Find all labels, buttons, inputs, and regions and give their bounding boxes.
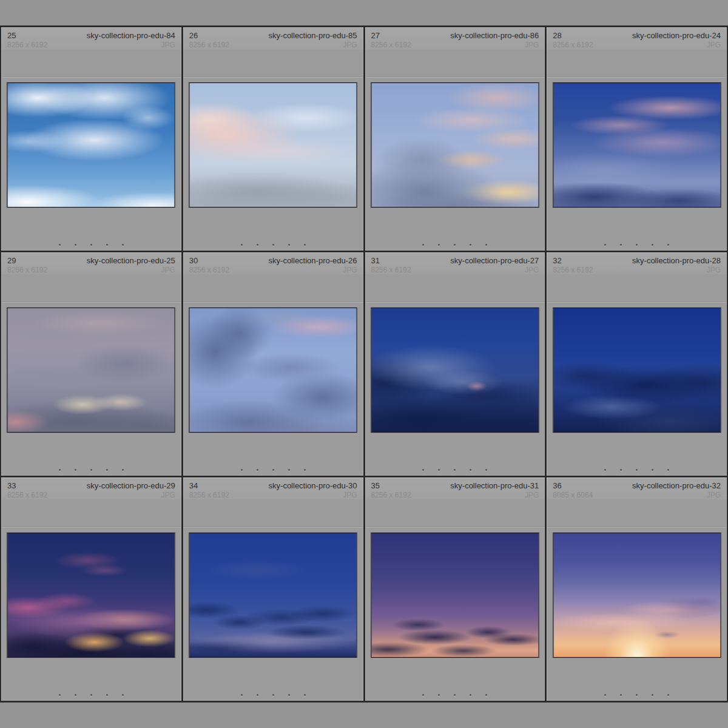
rating-dots[interactable] [365,469,545,471]
cell-dimensions: 8256 x 6192 [189,41,229,49]
rating-dot[interactable] [90,469,92,471]
photo-thumbnail[interactable] [7,533,175,658]
rating-dot[interactable] [438,244,440,246]
rating-dot[interactable] [241,244,243,246]
rating-dot[interactable] [470,469,471,471]
rating-dot[interactable] [304,244,306,246]
rating-dot[interactable] [122,469,124,471]
rating-dots[interactable] [1,469,181,471]
rating-dot[interactable] [241,694,243,696]
rating-dots[interactable] [183,694,363,696]
rating-dot[interactable] [75,244,76,246]
photo-thumbnail[interactable] [371,533,539,658]
rating-dots[interactable] [365,244,545,246]
photo-thumbnail[interactable] [553,308,721,433]
rating-dot[interactable] [636,244,638,246]
rating-dot[interactable] [59,469,61,471]
grid-cell[interactable]: 31 sky-collection-pro-edu-27 8256 x 6192… [365,252,545,476]
rating-dot[interactable] [454,694,456,696]
rating-dots[interactable] [1,244,181,246]
cell-filename: sky-collection-pro-edu-28 [632,256,721,265]
grid-cell[interactable]: 27 sky-collection-pro-edu-86 8256 x 6192… [365,27,545,251]
photo-thumbnail[interactable] [7,308,175,433]
rating-dot[interactable] [288,469,290,471]
rating-dot[interactable] [470,694,471,696]
rating-dot[interactable] [304,694,306,696]
rating-dot[interactable] [422,694,424,696]
grid-cell[interactable]: 30 sky-collection-pro-edu-26 8256 x 6192… [183,252,363,476]
rating-dot[interactable] [106,244,108,246]
rating-dot[interactable] [636,694,638,696]
rating-dot[interactable] [288,244,290,246]
grid-cell[interactable]: 25 sky-collection-pro-edu-84 8256 x 6192… [1,27,181,251]
photo-thumbnail[interactable] [553,533,721,658]
rating-dot[interactable] [122,244,124,246]
rating-dots[interactable] [183,469,363,471]
rating-dots[interactable] [365,694,545,696]
grid-cell[interactable]: 36 sky-collection-pro-edu-32 8085 x 6064… [547,477,727,701]
rating-dot[interactable] [422,244,424,246]
rating-dot[interactable] [620,244,622,246]
grid-cell[interactable]: 35 sky-collection-pro-edu-31 8256 x 6192… [365,477,545,701]
rating-dot[interactable] [470,244,471,246]
rating-dot[interactable] [485,469,487,471]
photo-thumbnail[interactable] [7,83,175,207]
rating-dot[interactable] [59,694,61,696]
rating-dot[interactable] [75,469,76,471]
rating-dot[interactable] [652,469,653,471]
rating-dot[interactable] [667,469,669,471]
cell-header: 30 sky-collection-pro-edu-26 8256 x 6192… [183,252,363,274]
rating-dot[interactable] [438,694,440,696]
rating-dot[interactable] [304,469,306,471]
grid-cell[interactable]: 28 sky-collection-pro-edu-24 8256 x 6192… [547,27,727,251]
rating-dots[interactable] [1,694,181,696]
cell-dimensions: 8256 x 6192 [553,41,593,49]
rating-dots[interactable] [547,244,727,246]
rating-dots[interactable] [547,694,727,696]
rating-dot[interactable] [667,694,669,696]
photo-thumbnail[interactable] [553,83,721,207]
rating-dot[interactable] [438,469,440,471]
rating-dot[interactable] [122,694,124,696]
rating-dot[interactable] [485,244,487,246]
rating-dot[interactable] [75,694,76,696]
grid-cell[interactable]: 32 sky-collection-pro-edu-28 8256 x 6192… [547,252,727,476]
grid-cell[interactable]: 33 sky-collection-pro-edu-29 8256 x 6192… [1,477,181,701]
rating-dot[interactable] [454,469,456,471]
rating-dot[interactable] [652,694,653,696]
rating-dot[interactable] [604,469,606,471]
rating-dot[interactable] [272,244,274,246]
rating-dot[interactable] [257,694,258,696]
rating-dot[interactable] [485,694,487,696]
grid-cell[interactable]: 26 sky-collection-pro-edu-85 8256 x 6192… [183,27,363,251]
photo-thumbnail[interactable] [371,83,539,207]
rating-dot[interactable] [636,469,638,471]
rating-dot[interactable] [272,469,274,471]
photo-thumbnail[interactable] [189,308,357,433]
rating-dots[interactable] [547,469,727,471]
photo-thumbnail[interactable] [189,533,357,658]
rating-dot[interactable] [241,469,243,471]
rating-dot[interactable] [422,469,424,471]
rating-dot[interactable] [620,694,622,696]
rating-dot[interactable] [257,469,258,471]
rating-dot[interactable] [90,244,92,246]
rating-dot[interactable] [272,694,274,696]
rating-dots[interactable] [183,244,363,246]
rating-dot[interactable] [90,694,92,696]
grid-cell[interactable]: 29 sky-collection-pro-edu-25 8256 x 6192… [1,252,181,476]
photo-thumbnail[interactable] [189,83,357,207]
grid-cell[interactable]: 34 sky-collection-pro-edu-30 8256 x 6192… [183,477,363,701]
rating-dot[interactable] [454,244,456,246]
rating-dot[interactable] [604,694,606,696]
photo-thumbnail[interactable] [371,308,539,433]
rating-dot[interactable] [257,244,258,246]
rating-dot[interactable] [106,469,108,471]
rating-dot[interactable] [652,244,653,246]
rating-dot[interactable] [620,469,622,471]
rating-dot[interactable] [667,244,669,246]
rating-dot[interactable] [106,694,108,696]
rating-dot[interactable] [59,244,61,246]
rating-dot[interactable] [604,244,606,246]
rating-dot[interactable] [288,694,290,696]
